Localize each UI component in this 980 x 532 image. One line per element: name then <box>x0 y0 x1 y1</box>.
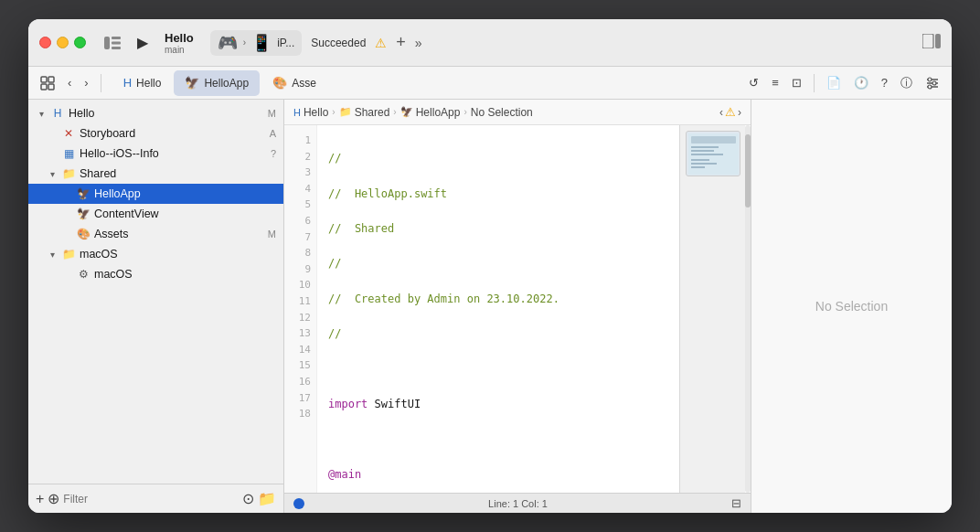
list-view-button[interactable]: ≡ <box>767 73 783 92</box>
app-title: Hello <box>165 31 194 45</box>
back-button[interactable]: ‹ <box>63 73 76 92</box>
refresh-button[interactable]: ↺ <box>744 73 763 92</box>
disclosure-hello: ▾ <box>36 109 47 119</box>
help-button[interactable]: ? <box>877 73 892 92</box>
svg-rect-2 <box>112 41 121 44</box>
tree-item-ios-info[interactable]: ▦ Hello--iOS--Info ? <box>28 144 283 164</box>
svg-rect-22 <box>691 163 717 165</box>
tree-label-assets: Assets <box>94 228 264 240</box>
minimize-button[interactable] <box>57 37 69 48</box>
editor-area: H Hello › 📁 Shared › 🦅 HelloApp › No Sel… <box>284 100 751 513</box>
breadcrumb-helloapp-label: HelloApp <box>416 106 461 119</box>
tree-item-shared[interactable]: ▾ 📁 Shared <box>28 164 283 184</box>
breadcrumb-hello[interactable]: H Hello <box>293 106 328 119</box>
minimap-toggle[interactable]: ⊟ <box>731 496 741 510</box>
breadcrumb-forward-button[interactable]: › <box>738 105 741 119</box>
vertical-scrollbar[interactable] <box>745 125 751 493</box>
breadcrumb-no-selection: No Selection <box>471 106 533 119</box>
svg-rect-20 <box>691 154 723 155</box>
tree-label-contentview: ContentView <box>94 207 276 220</box>
svg-point-15 <box>928 85 932 89</box>
breadcrumb-shared-icon: 📁 <box>339 106 352 118</box>
tab-bar: H Hello 🦅 HelloApp 🎨 Asse <box>112 67 327 99</box>
history-sort-button[interactable]: ⊙ <box>242 490 254 507</box>
svg-rect-4 <box>922 34 933 48</box>
scheme-section[interactable]: 🎮 › 📱 iP... <box>210 30 302 56</box>
warning-icon: ⚠ <box>375 36 387 50</box>
svg-point-13 <box>928 78 932 81</box>
tree-item-contentview[interactable]: 🦅 ContentView <box>28 204 283 224</box>
code-editor[interactable]: 1 2 3 4 5 6 7 8 9 10 11 12 13 14 <box>284 125 679 493</box>
breadcrumb-helloapp[interactable]: 🦅 HelloApp <box>400 106 461 119</box>
file-tree: ▾ H Hello M ✕ Storyboard A ▦ Hello--iOS-… <box>28 100 283 484</box>
breadcrumb-sep-1: › <box>332 107 335 117</box>
status-indicator <box>293 498 304 509</box>
tab-assets-label: Asse <box>292 77 316 90</box>
svg-rect-21 <box>691 159 709 161</box>
sidebar-toggle-button[interactable] <box>101 34 124 52</box>
play-button[interactable]: ▶ <box>137 34 148 51</box>
svg-rect-7 <box>48 77 54 82</box>
layout-grid-button[interactable] <box>36 73 59 93</box>
title-section: Hello main <box>165 31 194 55</box>
tree-item-hello[interactable]: ▾ H Hello M <box>28 103 283 123</box>
status-bar: Line: 1 Col: 1 ⊟ <box>284 493 751 513</box>
svg-rect-3 <box>112 47 121 49</box>
breadcrumb-shared[interactable]: 📁 Shared <box>339 106 390 119</box>
tree-item-macos-group[interactable]: ▾ 📁 macOS <box>28 244 283 264</box>
build-status: Succeeded <box>311 37 366 49</box>
tab-assets[interactable]: 🎨 Asse <box>261 70 327 96</box>
main-area: ▾ H Hello M ✕ Storyboard A ▦ Hello--iOS-… <box>28 100 952 513</box>
tree-item-assets[interactable]: 🎨 Assets M <box>28 224 283 244</box>
breadcrumb-helloapp-icon: 🦅 <box>400 106 413 118</box>
tab-hello[interactable]: H Hello <box>112 70 173 96</box>
disclosure-shared: ▾ <box>47 169 58 179</box>
forward-button[interactable]: › <box>80 73 92 92</box>
svg-rect-6 <box>41 77 47 82</box>
tab-helloapp[interactable]: 🦅 HelloApp <box>174 70 260 96</box>
more-actions-button[interactable]: » <box>415 36 422 50</box>
tree-label-macos-group: macOS <box>80 248 276 261</box>
contentview-icon: 🦅 <box>76 207 91 221</box>
inspector-toggle-button[interactable] <box>922 34 941 51</box>
history-button[interactable]: 🕐 <box>849 73 873 92</box>
code-content: // // HelloApp.swift // Shared // // Cre… <box>317 125 679 493</box>
tree-item-storyboard[interactable]: ✕ Storyboard A <box>28 123 283 144</box>
macos-folder-icon: 📁 <box>61 247 76 261</box>
breadcrumb-navigation: ‹ ⚠ › <box>719 105 741 119</box>
add-target-button[interactable]: + <box>396 33 406 52</box>
tree-item-macos[interactable]: ⚙ macOS <box>28 264 283 284</box>
breadcrumb-back-button[interactable]: ‹ <box>719 105 723 119</box>
toolbar: ‹ › H Hello 🦅 HelloApp 🎨 Asse ↺ ≡ ⊡ 📄 🕐 <box>28 67 952 100</box>
breadcrumb-sep-2: › <box>393 107 396 117</box>
close-button[interactable] <box>39 37 51 48</box>
filter-toggle-button[interactable]: ⊕ <box>48 490 59 507</box>
storyboard-badge: A <box>270 128 276 139</box>
svg-rect-9 <box>48 84 54 90</box>
assets-tab-icon: 🎨 <box>272 76 287 90</box>
hello-badge: M <box>268 108 276 119</box>
file-button[interactable]: 📄 <box>822 73 846 92</box>
svg-rect-17 <box>691 136 736 144</box>
tree-label-shared: Shared <box>80 167 276 180</box>
svg-rect-5 <box>935 34 941 48</box>
info-button[interactable]: ⓘ <box>896 72 917 94</box>
svg-rect-23 <box>691 166 705 168</box>
folder-structure-button[interactable]: 📁 <box>258 490 276 507</box>
traffic-lights <box>39 37 86 48</box>
file-navigator: ▾ H Hello M ✕ Storyboard A ▦ Hello--iOS-… <box>28 100 284 513</box>
disclosure-macos: ▾ <box>47 250 58 260</box>
macos-item-icon: ⚙ <box>76 267 91 282</box>
settings-button[interactable] <box>921 73 944 93</box>
filter-input[interactable] <box>63 493 239 505</box>
tree-item-helloapp[interactable]: 🦅 HelloApp <box>28 184 283 204</box>
tab-right-actions: ↺ ≡ ⊡ 📄 🕐 ? ⓘ <box>744 72 944 94</box>
tree-label-macos: macOS <box>94 268 276 281</box>
add-file-button[interactable]: + <box>36 491 44 507</box>
line-numbers: 1 2 3 4 5 6 7 8 9 10 11 12 13 14 <box>284 125 317 493</box>
plist-icon: ▦ <box>61 146 76 161</box>
add-editor-button[interactable]: ⊡ <box>787 73 806 92</box>
maximize-button[interactable] <box>74 37 86 48</box>
tab-hello-label: Hello <box>136 77 161 90</box>
sidebar-bottom: + ⊕ ⊙ 📁 <box>28 484 283 513</box>
